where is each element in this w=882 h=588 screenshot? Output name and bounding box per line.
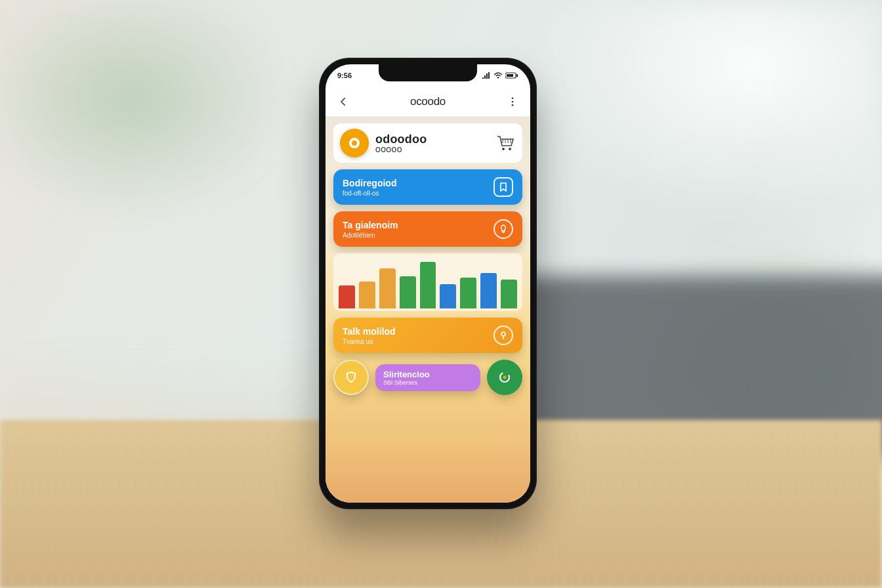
- status-icons: [482, 72, 518, 79]
- card-subtitle: SBI Siberses: [383, 379, 472, 386]
- signal-icon: [482, 72, 491, 79]
- wifi-icon: [494, 72, 503, 79]
- chart-bar: [501, 280, 517, 308]
- svg-point-4: [512, 97, 514, 99]
- bottom-row: Sliritencloo SBI Siberses: [333, 360, 522, 395]
- fab-refresh[interactable]: [487, 360, 522, 395]
- card-title: Ta gialenoim: [343, 220, 398, 230]
- fab-shield[interactable]: [333, 360, 369, 395]
- chart-bar: [359, 282, 375, 308]
- card-title: Bodiregoiod: [343, 178, 396, 188]
- cart-icon[interactable]: [496, 135, 516, 152]
- card-subtitle: fod-oft-oll-os: [343, 190, 396, 197]
- card-item-0[interactable]: Bodiregoiod fod-oft-oll-os: [333, 169, 522, 205]
- card-title: Sliritencloo: [383, 369, 472, 379]
- svg-point-7: [502, 148, 505, 150]
- card-bottom[interactable]: Sliritencloo SBI Siberses: [375, 364, 480, 391]
- status-time: 9:56: [337, 72, 352, 79]
- chart-bar: [379, 268, 396, 308]
- battery-icon: [505, 72, 518, 79]
- card-item-2[interactable]: Talk molilod Tvanka us: [333, 318, 522, 353]
- bookmark-icon: [494, 177, 513, 197]
- phone-frame: 9:56 ocoodo: [319, 58, 537, 509]
- svg-point-6: [512, 104, 514, 106]
- svg-rect-2: [516, 74, 518, 77]
- card-title: Talk molilod: [343, 326, 396, 337]
- chart-bar: [339, 285, 355, 308]
- svg-point-9: [501, 332, 505, 336]
- chart-bar: [460, 278, 476, 308]
- card-item-1[interactable]: Ta gialenoim Adotilébien: [333, 211, 522, 247]
- chart-bar: [420, 262, 436, 308]
- brand-name: odoodoo: [375, 133, 490, 146]
- chart-bar: [400, 276, 416, 308]
- pin-icon: [494, 326, 513, 345]
- svg-point-5: [512, 100, 514, 102]
- chart-bar: [440, 284, 456, 308]
- svg-point-11: [503, 376, 507, 379]
- app-header: ocoodo: [326, 87, 530, 117]
- bulb-icon: [494, 219, 513, 239]
- chart-bar: [480, 273, 497, 308]
- brand-card[interactable]: odoodoo OOOOO: [333, 123, 522, 163]
- brand-subtitle: OOOOO: [375, 146, 490, 154]
- svg-rect-3: [507, 74, 513, 77]
- app-title: ocoodo: [410, 95, 446, 108]
- phone-screen: 9:56 ocoodo: [326, 64, 530, 503]
- svg-point-0: [497, 77, 499, 78]
- back-button[interactable]: [333, 92, 353, 112]
- content-scroll[interactable]: odoodoo OOOOO Bodiregoiod fod-oft-oll-os: [326, 117, 530, 503]
- bar-chart: [333, 253, 522, 311]
- phone-notch: [379, 64, 477, 81]
- card-subtitle: Tvanka us: [343, 338, 396, 345]
- svg-point-8: [509, 148, 511, 150]
- brand-logo-icon: [340, 129, 369, 158]
- overflow-menu-button[interactable]: [503, 92, 522, 112]
- card-subtitle: Adotilébien: [343, 232, 398, 239]
